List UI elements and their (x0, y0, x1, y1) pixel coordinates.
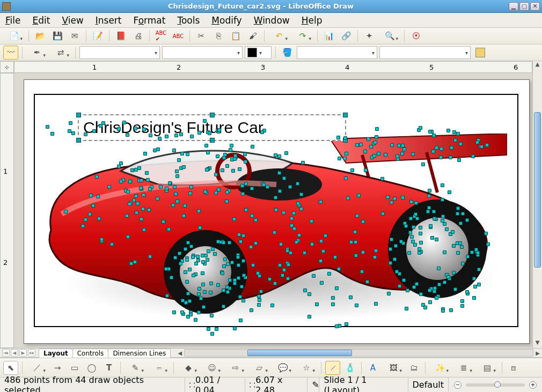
scroll-down-arrow-icon[interactable]: ▼ (533, 339, 542, 348)
menu-file[interactable]: File (5, 15, 20, 26)
scroll-up-arrow-icon[interactable]: ▲ (533, 61, 542, 70)
car-drawing[interactable] (40, 134, 507, 316)
selection-handle[interactable] (210, 138, 215, 143)
from-file-tool[interactable]: 🖼 (383, 361, 404, 375)
line-style-dropdown[interactable]: ▾ (79, 46, 160, 59)
tab-last-button[interactable]: ⏭ (28, 349, 35, 357)
format-paintbrush-button[interactable]: 🖌 (245, 29, 260, 43)
selection-handle[interactable] (210, 113, 215, 117)
email-button[interactable]: ✉ (67, 29, 82, 43)
fill-color-dropdown[interactable]: ▾ (379, 46, 471, 59)
menu-format[interactable]: Format (134, 15, 166, 26)
menu-modify[interactable]: Modify (211, 15, 241, 26)
save-button[interactable]: 💾 (50, 29, 65, 43)
selection-handle[interactable] (343, 113, 348, 117)
symbol-shapes-tool[interactable]: ☺ (201, 361, 223, 375)
text-tool[interactable]: T (101, 361, 116, 375)
rectangle-tool[interactable]: ▭ (67, 361, 82, 375)
connector-tool[interactable]: ⎓ (148, 361, 170, 375)
alignment-tool[interactable]: ≣ (453, 361, 474, 375)
fill-style-dropdown[interactable]: ▾ (297, 46, 377, 59)
horizontal-scrollbar[interactable]: ◀ ▶ (175, 349, 542, 357)
open-button[interactable]: 📂 (33, 29, 48, 43)
menu-edit[interactable]: Edit (32, 15, 50, 26)
arrange-tool[interactable]: ▤ (477, 361, 498, 375)
menu-tools[interactable]: Tools (177, 15, 200, 26)
vertical-ruler[interactable]: 1 2 (0, 73, 14, 348)
ellipse-tool[interactable]: ◯ (84, 361, 99, 375)
redo-button[interactable]: ↷ (292, 29, 313, 43)
hyperlink-button[interactable]: 🔗 (339, 29, 354, 43)
tab-controls[interactable]: Controls (72, 349, 109, 358)
new-button[interactable]: 📄 (3, 29, 25, 43)
vscroll-thumb[interactable] (534, 112, 541, 268)
tab-next-button[interactable]: ▶ (19, 349, 27, 357)
cut-button[interactable]: ✂ (194, 29, 209, 43)
status-style[interactable]: Default (408, 378, 449, 392)
menu-window[interactable]: Window (254, 15, 290, 26)
print-button[interactable]: 🖨 (130, 29, 145, 43)
scroll-right-arrow-icon[interactable]: ▶ (533, 350, 542, 356)
hscroll-thumb[interactable] (247, 350, 352, 356)
copy-button[interactable]: ⎘ (211, 29, 226, 43)
tab-layout[interactable]: Layout (39, 349, 73, 358)
line-tool[interactable]: ／ (26, 361, 48, 375)
vertical-scrollbar[interactable]: ▲ ▼ (532, 61, 542, 348)
points-tool[interactable]: ⟋ (325, 361, 340, 375)
text-object[interactable]: ChrisDesign's Future Car (78, 114, 346, 141)
arrow-style-button[interactable]: ⇄ (50, 46, 71, 60)
effects-tool[interactable]: ✨ (429, 361, 451, 375)
fontwork-tool[interactable]: A (365, 361, 380, 375)
stars-tool[interactable]: ☆ (296, 361, 317, 375)
minimize-button[interactable]: ▁ (509, 2, 518, 11)
gallery-tool[interactable]: 🗂 (406, 361, 421, 375)
select-tool[interactable]: ⬉ (3, 361, 18, 375)
horizontal-ruler[interactable]: 1 2 3 4 5 6 (14, 61, 532, 73)
glue-points-tool[interactable]: 🧴 (342, 361, 357, 375)
edit-file-button[interactable]: 📝 (90, 29, 105, 43)
autospell-button[interactable]: ABC (171, 29, 186, 43)
line-color-dropdown[interactable]: ▾ (245, 46, 272, 59)
menu-view[interactable]: View (62, 15, 83, 26)
navigator-button[interactable]: ✦ (362, 29, 377, 43)
block-arrows-tool[interactable]: ⇨ (225, 361, 246, 375)
basic-shapes-tool[interactable]: ◆ (178, 361, 199, 375)
tab-dimension-lines[interactable]: Dimension Lines (108, 349, 171, 358)
chart-button[interactable]: 📊 (321, 29, 336, 43)
menu-help[interactable]: Help (302, 15, 323, 26)
paste-button[interactable]: 📋 (228, 29, 243, 43)
selection-handle[interactable] (343, 138, 348, 143)
menu-insert[interactable]: Insert (96, 15, 122, 26)
flowcharts-tool[interactable]: ▱ (248, 361, 270, 375)
ruler-corner[interactable]: ⊹ (0, 61, 14, 73)
tab-first-button[interactable]: ⏮ (2, 349, 10, 357)
scroll-left-arrow-icon[interactable]: ◀ (175, 350, 184, 356)
close-button[interactable]: ✕ (530, 2, 540, 11)
zoom-slider[interactable] (466, 383, 525, 387)
status-slide[interactable]: Slide 1 / 1 (Layout) (319, 378, 408, 392)
line-color-button[interactable]: ✒ (26, 46, 48, 60)
shadow-button[interactable] (473, 46, 488, 60)
edit-points-button[interactable]: 〰 (3, 46, 18, 60)
curve-tool[interactable]: ✎ (124, 361, 146, 375)
callouts-tool[interactable]: 💬 (272, 361, 294, 375)
text-content: ChrisDesign's Future Car (79, 115, 345, 140)
zoom-out-button[interactable]: − (454, 381, 462, 389)
arrow-end-tool[interactable]: → (50, 361, 65, 375)
zoom-in-button[interactable]: + (529, 381, 537, 389)
zoom-slider-knob[interactable] (494, 381, 501, 388)
spellcheck-button[interactable]: ABC✔ (153, 29, 169, 43)
area-style-button[interactable]: 🪣 (280, 46, 295, 60)
window-title: Chrisdesign_Future_car2.svg - LibreOffic… (14, 2, 508, 10)
export-pdf-button[interactable]: 📕 (113, 29, 128, 43)
undo-button[interactable]: ↶ (268, 29, 290, 43)
line-width-dropdown[interactable]: ▾ (162, 46, 243, 59)
drawing-canvas[interactable]: ChrisDesign's Future Car (14, 73, 532, 348)
tab-prev-button[interactable]: ◀ (11, 349, 18, 357)
zoom-button[interactable]: 🔍 (379, 29, 400, 43)
selection-handle[interactable] (76, 113, 81, 117)
help-button[interactable]: ⦿ (408, 29, 423, 43)
selection-handle[interactable] (76, 138, 81, 143)
maximize-button[interactable]: ▢ (519, 2, 529, 11)
extrusion-tool[interactable]: ⧈ (506, 361, 521, 375)
